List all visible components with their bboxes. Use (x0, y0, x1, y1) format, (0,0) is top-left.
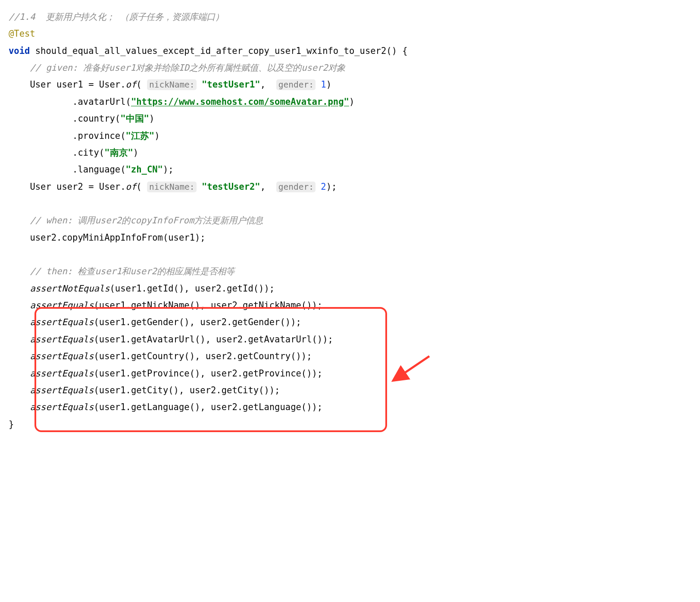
assert-line-nick: (user1.getNickName(), user2.getNickName(… (94, 300, 322, 310)
assert-line-city: (user1.getCity(), user2.getCity()); (94, 385, 280, 395)
string-testuser1: "testUser1" (202, 79, 260, 90)
keyword-void: void (9, 46, 30, 56)
string-language: "zh_CN" (126, 164, 163, 175)
paren-close3: ) (149, 113, 154, 124)
param-hint-gender2: gender: (276, 182, 316, 192)
param-hint-nickname: nickName: (147, 79, 197, 90)
method-name: should_equal_all_values_except_id_after_… (35, 46, 387, 56)
builder-province: .province( (72, 131, 125, 141)
type-user: User (30, 79, 51, 90)
method-sig-open: () { (386, 46, 407, 56)
type-user4: User (99, 182, 120, 192)
assert-eq-6: assertEquals (30, 385, 94, 395)
type-user2: User (99, 79, 120, 90)
eq: = (83, 79, 99, 90)
paren-close: ) (326, 79, 331, 90)
assert-line-gender: (user1.getGender(), user2.getGender()); (94, 317, 301, 327)
assert-eq-3: assertEquals (30, 334, 94, 345)
assert-line-language: (user1.getLanguage(), user2.getLanguage(… (94, 402, 322, 412)
assert-line-country: (user1.getCountry(), user2.getCountry())… (94, 351, 312, 361)
dot2: . (120, 182, 125, 192)
paren-close-semi: ); (163, 164, 174, 175)
param-hint-gender: gender: (276, 79, 316, 90)
assert-eq-2: assertEquals (30, 317, 94, 327)
code-editor[interactable]: //1.4 更新用户持久化； （原子任务，资源库端口） @Test void s… (9, 9, 700, 467)
builder-avatarurl: .avatarUrl( (72, 97, 131, 107)
assert-eq-1: assertEquals (30, 300, 94, 310)
paren-close-semi2: ); (326, 182, 337, 192)
assert-eq-4: assertEquals (30, 351, 94, 361)
string-avatarurl: "https://www.somehost.com/someAvatar.png… (131, 97, 349, 107)
comment-given: // given: 准备好user1对象并给除ID之外所有属性赋值、以及空的us… (30, 63, 345, 73)
string-city: "南京" (104, 147, 133, 158)
var-user1: user1 (56, 79, 83, 90)
assert-line-province: (user1.getProvince(), user2.getProvince(… (94, 368, 322, 379)
number-1: 1 (321, 79, 326, 90)
assert-eq-5: assertEquals (30, 368, 94, 379)
param-hint-nickname2: nickName: (147, 182, 197, 192)
builder-city: .city( (72, 147, 104, 158)
string-country: "中国" (120, 113, 149, 124)
comment-then: // then: 检查user1和user2的相应属性是否相等 (30, 266, 234, 276)
paren-close4: ) (154, 131, 159, 141)
arrow-annotation (390, 319, 433, 408)
method-of2: of (126, 182, 137, 192)
string-province: "江苏" (126, 131, 155, 141)
string-testuser2: "testUser2" (202, 182, 260, 192)
paren-close2: ) (349, 97, 354, 107)
assert-noteq: assertNotEquals (30, 283, 109, 294)
var-user2: user2 (56, 182, 83, 192)
stmt-copy: user2.copyMiniAppInfoFrom(user1); (30, 232, 205, 243)
assert-line-avatar: (user1.getAvatarUrl(), user2.getAvatarUr… (94, 334, 333, 345)
svg-line-1 (395, 356, 429, 379)
builder-language: .language( (72, 164, 125, 175)
brace-close: } (9, 419, 14, 430)
assert-line-id: (user1.getId(), user2.getId()); (110, 283, 275, 294)
builder-country: .country( (72, 113, 120, 124)
annotation-test: @Test (9, 28, 35, 39)
comment-when: // when: 调用user2的copyInfoFrom方法更新用户信息 (30, 215, 263, 226)
eq2: = (83, 182, 99, 192)
number-2: 2 (321, 182, 326, 192)
dot: . (120, 79, 125, 90)
type-user3: User (30, 182, 51, 192)
assert-eq-7: assertEquals (30, 402, 94, 412)
method-of: of (126, 79, 137, 90)
paren-close5: ) (133, 147, 138, 158)
comment-top: //1.4 更新用户持久化； （原子任务，资源库端口） (9, 12, 224, 22)
